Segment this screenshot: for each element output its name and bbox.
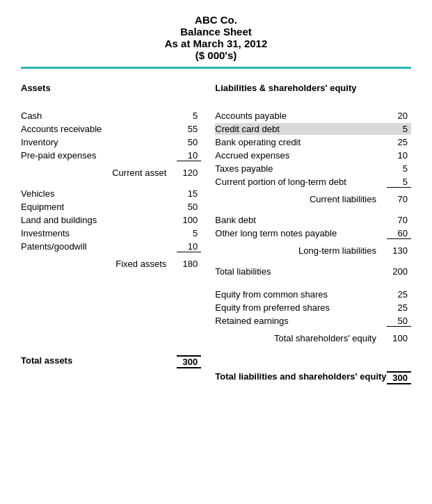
bank-credit-label: Bank operating credit [215,137,387,147]
investments-value: 5 [177,228,201,238]
bank-debt-value: 70 [387,215,411,225]
fixed-assets-label: Fixed assets [21,259,177,269]
equipment-label: Equipment [21,202,177,212]
current-ltd-label: Current portion of long-term debt [215,177,387,187]
equipment-value: 50 [177,202,201,212]
prepaid-label: Pre-paid expenses [21,150,177,161]
liabilities-column: Liabilities & shareholders' equity Accou… [208,83,411,393]
longterm-liabilities-label: Long-term liabilities [215,245,387,256]
header-divider [21,67,411,69]
total-equity-label: Total shareholders' equity [215,333,387,343]
total-equity-subtotal: Total shareholders' equity 100 [215,332,411,345]
common-shares-label: Equity from common shares [215,289,387,300]
vehicles-value: 15 [177,188,201,199]
common-shares-value: 25 [387,289,411,300]
land-label: Land and buildings [21,215,177,225]
preferred-shares-label: Equity from preferred shares [215,302,387,313]
list-item: Cash 5 [21,110,201,122]
main-content: Assets Cash 5 Accounts receivable 55 Inv… [21,83,411,393]
investments-label: Investments [21,228,177,238]
current-liabilities-value: 70 [387,194,411,204]
taxes-label: Taxes payable [215,163,387,174]
liabilities-header: Liabilities & shareholders' equity [215,83,411,93]
total-equity-value: 100 [387,333,411,343]
sheet-unit: ($ 000's) [21,49,411,61]
list-item: Inventory 50 [21,136,201,148]
prepaid-value: 10 [177,150,201,161]
taxes-value: 5 [387,163,411,174]
list-item: Accounts receivable 55 [21,123,201,135]
current-liabilities-subtotal: Current liabilities 70 [215,193,411,206]
current-ltd-value: 5 [387,177,411,188]
ar-label: Accounts receivable [21,124,177,134]
list-item: Equity from preferred shares 25 [215,302,411,314]
cc-debt-label: Credit card debt [215,124,387,134]
cash-value: 5 [177,111,201,121]
list-item: Credit card debt 5 [215,123,411,135]
longterm-liabilities-subtotal: Long-term liabilities 130 [215,244,411,257]
bank-credit-value: 25 [387,137,411,147]
list-item: Taxes payable 5 [215,163,411,174]
total-liab-equity-value: 300 [387,371,411,384]
inventory-value: 50 [177,137,201,147]
ar-value: 55 [177,124,201,134]
sheet-date: As at March 31, 2012 [21,38,411,49]
total-liabilities-line: Total liabilities 200 [215,266,411,277]
list-item: Bank operating credit 25 [215,136,411,148]
accrued-value: 10 [387,150,411,161]
current-asset-value: 120 [177,168,201,178]
cc-debt-value: 5 [387,124,411,134]
total-assets-label: Total assets [21,355,72,368]
vehicles-label: Vehicles [21,188,177,199]
list-item: Land and buildings 100 [21,214,201,226]
preferred-shares-value: 25 [387,302,411,313]
list-item: Other long term notes payable 60 [215,227,411,240]
fixed-assets-value: 180 [177,259,201,269]
total-liab-equity-label: Total liabilities and shareholders' equi… [215,371,386,384]
lt-notes-value: 60 [387,228,411,239]
list-item: Bank debt 70 [215,214,411,226]
list-item: Accounts payable 20 [215,110,411,122]
assets-header: Assets [21,83,201,93]
list-item: Accrued expenses 10 [215,149,411,161]
company-name: ABC Co. [21,14,411,26]
total-liab-label: Total liabilities [215,266,387,277]
list-item: Pre-paid expenses 10 [21,149,201,162]
list-item: Current portion of long-term debt 5 [215,176,411,188]
list-item: Equity from common shares 25 [215,288,411,300]
retained-earnings-value: 50 [387,316,411,327]
patents-label: Patents/goodwill [21,241,177,252]
total-liab-value: 200 [387,266,411,277]
list-item: Patents/goodwill 10 [21,241,201,253]
sheet-title: Balance Sheet [21,26,411,38]
lt-notes-label: Other long term notes payable [215,228,387,238]
retained-earnings-label: Retained earnings [215,316,387,326]
list-item: Equipment 50 [21,201,201,213]
list-item: Vehicles 15 [21,188,201,200]
assets-column: Assets Cash 5 Accounts receivable 55 Inv… [21,83,208,393]
cash-label: Cash [21,111,177,121]
total-assets-row: Total assets 300 [21,354,201,370]
fixed-assets-subtotal: Fixed assets 180 [21,257,201,270]
list-item: Retained earnings 50 [215,315,411,327]
total-liab-equity-row: Total liabilities and shareholders' equi… [215,370,411,386]
ap-label: Accounts payable [215,111,387,121]
current-asset-label: Current asset [21,168,177,178]
patents-value: 10 [177,241,201,252]
longterm-liabilities-value: 130 [387,245,411,256]
current-asset-subtotal: Current asset 120 [21,166,201,179]
inventory-label: Inventory [21,137,177,147]
total-assets-value: 300 [177,355,201,368]
accrued-label: Accrued expenses [215,150,387,161]
ap-value: 20 [387,111,411,121]
bank-debt-label: Bank debt [215,215,387,225]
land-value: 100 [177,215,201,225]
current-liabilities-label: Current liabilities [215,194,387,204]
list-item: Investments 5 [21,227,201,239]
header: ABC Co. Balance Sheet As at March 31, 20… [21,14,411,61]
